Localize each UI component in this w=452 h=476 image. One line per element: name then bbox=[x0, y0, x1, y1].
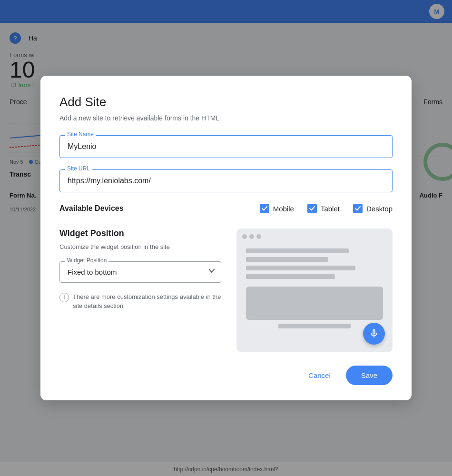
desktop-label: Desktop bbox=[366, 205, 393, 213]
widget-position-dropdown-group: Widget Position Fixed to bottom Fixed to… bbox=[59, 261, 221, 283]
preview-dot-3 bbox=[256, 234, 261, 239]
info-note: i There are more customization settings … bbox=[59, 292, 221, 311]
widget-position-section: Widget Position Customize the widget pos… bbox=[59, 228, 393, 352]
site-name-group: Site Name bbox=[59, 135, 393, 158]
preview-line-2 bbox=[246, 257, 328, 262]
devices-label: Available Devices bbox=[59, 204, 124, 213]
mobile-checkbox[interactable] bbox=[260, 204, 269, 213]
info-icon: i bbox=[59, 293, 69, 302]
cancel-button[interactable]: Cancel bbox=[301, 367, 338, 384]
widget-preview-panel bbox=[236, 228, 393, 352]
add-site-modal: Add Site Add a new site to retrieve avai… bbox=[40, 76, 412, 400]
tablet-label: Tablet bbox=[321, 205, 340, 213]
site-name-label: Site Name bbox=[65, 131, 96, 138]
preview-small-block bbox=[278, 324, 351, 328]
check-icon bbox=[309, 205, 315, 212]
widget-position-desc: Customize the widget position in the sit… bbox=[59, 242, 221, 252]
save-button[interactable]: Save bbox=[346, 366, 393, 385]
preview-line-3 bbox=[246, 266, 355, 270]
preview-fab-button bbox=[363, 323, 385, 345]
dropdown-label: Widget Position bbox=[65, 257, 108, 264]
site-url-input[interactable] bbox=[59, 169, 393, 192]
widget-left-panel: Widget Position Customize the widget pos… bbox=[59, 228, 221, 311]
preview-line-4 bbox=[246, 274, 335, 279]
mobile-label: Mobile bbox=[273, 205, 294, 213]
preview-dots bbox=[242, 234, 387, 239]
available-devices-section: Available Devices Mobile Tablet bbox=[59, 204, 393, 213]
mobile-device-item: Mobile bbox=[260, 204, 294, 213]
info-text: There are more customization settings av… bbox=[73, 292, 221, 311]
preview-block bbox=[246, 287, 383, 320]
desktop-device-item: Desktop bbox=[353, 204, 393, 213]
site-url-label: Site URL bbox=[65, 165, 92, 172]
check-icon bbox=[354, 205, 361, 212]
desktop-checkbox[interactable] bbox=[353, 204, 363, 213]
widget-preview bbox=[236, 228, 393, 352]
widget-position-title: Widget Position bbox=[59, 228, 221, 238]
preview-dot-1 bbox=[242, 234, 247, 239]
microphone-icon bbox=[369, 328, 379, 339]
widget-position-select[interactable]: Fixed to bottom Fixed to top Fixed to le… bbox=[59, 261, 221, 283]
preview-content-lines bbox=[242, 245, 387, 283]
site-name-input[interactable] bbox=[59, 135, 393, 158]
site-url-group: Site URL bbox=[59, 169, 393, 192]
modal-overlay: Add Site Add a new site to retrieve avai… bbox=[0, 0, 452, 476]
check-icon bbox=[261, 205, 268, 212]
modal-footer: Cancel Save bbox=[59, 366, 393, 385]
preview-dot-2 bbox=[249, 234, 254, 239]
modal-subtitle: Add a new site to retrieve available for… bbox=[59, 114, 393, 122]
preview-line-1 bbox=[246, 248, 349, 253]
tablet-device-item: Tablet bbox=[307, 204, 340, 213]
tablet-checkbox[interactable] bbox=[307, 204, 317, 213]
modal-title: Add Site bbox=[59, 95, 393, 109]
